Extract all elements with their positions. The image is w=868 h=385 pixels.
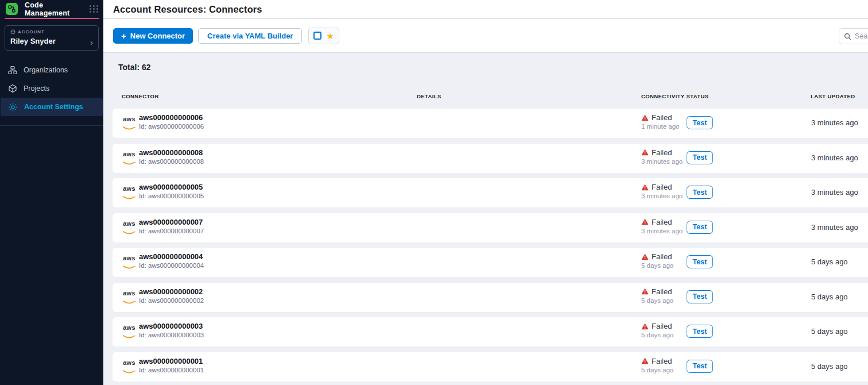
connector-name-block: aws000000000008 Id: aws000000000008 [139, 148, 204, 165]
table-row[interactable]: aws aws000000000001 Id: aws000000000001 … [113, 352, 868, 382]
status-text: Failed [652, 148, 672, 157]
status-time: 5 days ago [641, 262, 673, 269]
favorites-checkbox[interactable] [313, 32, 321, 40]
connector-name-block: aws000000000007 Id: aws000000000007 [139, 218, 204, 234]
aws-logo-icon: aws [122, 221, 136, 237]
aws-logo-icon: aws [122, 290, 136, 307]
connector-name-block: aws000000000005 Id: aws000000000005 [139, 183, 204, 199]
column-header-last-updated: LAST UPDATED [811, 93, 855, 99]
test-button[interactable]: Test [687, 360, 713, 373]
test-button[interactable]: Test [687, 116, 713, 129]
table-row[interactable]: aws aws000000000005 Id: aws000000000005 … [113, 178, 868, 207]
sidebar-header: Code Management [0, 0, 103, 18]
sidebar-item-label: Account Settings [24, 103, 83, 111]
sidebar-item-label: Organizations [24, 66, 68, 74]
connector-id: Id: aws000000000005 [139, 192, 204, 199]
status-time: 3 minutes ago [641, 158, 683, 165]
connector-name-block: aws000000000006 Id: aws000000000006 [139, 113, 204, 130]
account-label: ACCOUNT [10, 29, 94, 34]
column-header-connectivity-status: CONNECTIVITY STATUS [641, 93, 708, 99]
connector-name: aws000000000008 [139, 148, 204, 157]
aws-logo-icon: aws [122, 360, 136, 376]
connector-id: Id: aws000000000007 [139, 228, 204, 234]
account-icon [10, 29, 16, 34]
warning-triangle-icon [641, 218, 649, 225]
connector-name: aws000000000004 [139, 252, 204, 261]
column-header-details: DETAILS [417, 93, 441, 99]
table-row[interactable]: aws aws000000000006 Id: aws000000000006 … [113, 109, 868, 138]
table-row[interactable]: aws aws000000000004 Id: aws000000000004 … [113, 248, 868, 277]
favorites-filter[interactable]: ★ [308, 28, 339, 44]
connectivity-status: Failed 1 minute ago [641, 113, 680, 130]
warning-triangle-icon [641, 149, 649, 156]
page-title: Account Resources: Connectors [113, 4, 262, 15]
last-updated: 5 days ago [811, 327, 848, 336]
toolbar: + New Connector Create via YAML Builder … [103, 19, 868, 53]
last-updated: 3 minutes ago [811, 223, 858, 232]
status-time: 1 minute ago [641, 123, 680, 130]
aws-logo-icon: aws [122, 186, 136, 202]
connector-name-block: aws000000000002 Id: aws000000000002 [139, 287, 204, 304]
connectivity-status: Failed 3 minutes ago [641, 218, 683, 234]
sidebar-item-account-settings[interactable]: Account Settings [1, 98, 103, 116]
test-button[interactable]: Test [687, 221, 713, 234]
sidebar-nav: Organizations Projects Account Settings [0, 61, 103, 126]
table-row[interactable]: aws aws000000000002 Id: aws000000000002 … [113, 283, 868, 312]
connector-name: aws000000000001 [139, 357, 204, 365]
account-name: Riley Snyder [10, 37, 94, 45]
search-box[interactable] [839, 28, 868, 44]
aws-logo-icon: aws [122, 325, 136, 341]
warning-triangle-icon [641, 114, 649, 121]
main-area: Account Resources: Connectors + New Conn… [103, 0, 868, 385]
sidebar-item-projects[interactable]: Projects [0, 79, 103, 98]
test-button[interactable]: Test [687, 325, 713, 338]
connectivity-status: Failed 5 days ago [641, 287, 673, 304]
last-updated: 3 minutes ago [811, 188, 858, 197]
table-row[interactable]: aws aws000000000008 Id: aws000000000008 … [113, 144, 868, 173]
connector-id: Id: aws000000000003 [139, 332, 204, 338]
status-text: Failed [652, 113, 672, 122]
last-updated: 5 days ago [811, 257, 848, 266]
table-row[interactable]: aws aws000000000003 Id: aws000000000003 … [113, 317, 868, 346]
connector-id: Id: aws000000000006 [139, 123, 204, 130]
test-button[interactable]: Test [687, 255, 713, 268]
table-row[interactable]: aws aws000000000007 Id: aws000000000007 … [113, 213, 868, 242]
status-text: Failed [652, 218, 672, 226]
gear-icon [8, 102, 18, 112]
connector-name: aws000000000006 [139, 113, 204, 122]
warning-triangle-icon [641, 323, 649, 330]
status-time: 5 days ago [641, 367, 673, 374]
connector-name: aws000000000002 [139, 287, 204, 296]
plus-icon: + [121, 31, 126, 41]
connector-name-block: aws000000000004 Id: aws000000000004 [139, 252, 204, 269]
status-time: 5 days ago [641, 332, 673, 338]
warning-triangle-icon [641, 253, 649, 260]
connector-name: aws000000000007 [139, 218, 204, 226]
projects-icon [7, 84, 17, 94]
code-management-logo-icon[interactable] [6, 3, 18, 15]
connector-id: Id: aws000000000002 [139, 297, 204, 304]
aws-logo-icon: aws [122, 116, 136, 133]
connector-id: Id: aws000000000008 [139, 158, 204, 165]
new-connector-button[interactable]: + New Connector [113, 28, 193, 44]
sidebar-item-label: Projects [24, 84, 49, 93]
status-time: 3 minutes ago [641, 192, 683, 199]
test-button[interactable]: Test [687, 186, 713, 199]
test-button[interactable]: Test [687, 151, 713, 164]
warning-triangle-icon [641, 184, 649, 191]
account-selector[interactable]: ACCOUNT Riley Snyder › [5, 25, 99, 51]
search-input[interactable] [855, 32, 868, 40]
module-switcher-icon[interactable] [90, 5, 99, 13]
test-button[interactable]: Test [687, 290, 713, 303]
aws-logo-icon: aws [122, 255, 136, 272]
status-time: 3 minutes ago [641, 228, 683, 234]
organizations-icon [7, 66, 17, 75]
sidebar-accent-divider [5, 18, 99, 19]
create-via-yaml-builder-button[interactable]: Create via YAML Builder [198, 28, 302, 44]
last-updated: 3 minutes ago [811, 153, 858, 162]
column-header-connector: CONNECTOR [122, 93, 159, 99]
sidebar-item-organizations[interactable]: Organizations [0, 61, 103, 79]
last-updated: 5 days ago [811, 362, 848, 371]
page-header: Account Resources: Connectors [103, 0, 868, 19]
connectivity-status: Failed 5 days ago [641, 322, 673, 338]
